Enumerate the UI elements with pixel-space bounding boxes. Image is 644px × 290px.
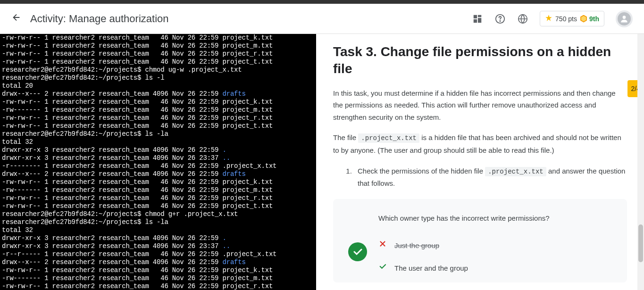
back-arrow-icon[interactable] [11, 12, 22, 25]
language-icon[interactable] [517, 13, 528, 25]
svg-point-7 [623, 16, 626, 19]
help-icon[interactable] [494, 13, 506, 25]
terminal-line: drwxr-xr-x 3 researcher2 research_team 4… [2, 154, 314, 162]
main: -rw-rw-r-- 1 researcher2 research_team 4… [0, 34, 644, 290]
terminal-line: researcher2@efc27b9fd842:~/projects$ chm… [2, 210, 314, 218]
check-icon [378, 262, 387, 274]
terminal-line: drwx--x--- 2 researcher2 research_team 4… [2, 90, 314, 98]
quiz-wrong-label: Just the group [394, 240, 439, 252]
terminal-line: -rw------- 1 researcher2 research_team 4… [2, 186, 314, 194]
terminal-line: researcher2@efc27b9fd842:~/projects$ chm… [2, 66, 314, 74]
quiz-option-wrong[interactable]: Just the group [378, 233, 612, 257]
terminal-line: researcher2@efc27b9fd842:~/projects$ ls … [2, 74, 314, 82]
terminal-line: total 32 [2, 138, 314, 146]
quiz-box: Which owner type has the incorrect write… [333, 199, 627, 283]
dashboard-icon[interactable] [472, 13, 483, 25]
task-title: Task 3. Change file permissions on a hid… [333, 43, 627, 78]
quiz-status-correct [348, 242, 367, 261]
star-icon [545, 14, 552, 23]
task-steps: Check the permissions of the hidden file… [354, 165, 627, 190]
rank-text: 9th [589, 15, 599, 23]
svg-rect-3 [474, 19, 477, 22]
instructions-panel: Task 3. Change file permissions on a hid… [316, 34, 644, 290]
terminal-line: researcher2@efc27b9fd842:~/projects$ ls … [2, 130, 314, 138]
task-body: In this task, you must determine if a hi… [333, 87, 627, 283]
terminal-line: drwx--x--- 2 researcher2 research_team 4… [2, 170, 314, 178]
svg-rect-2 [478, 18, 481, 23]
terminal-line: drwxr-xr-x 3 researcher2 research_team 4… [2, 146, 314, 154]
terminal-line: -rw------- 1 researcher2 research_team 4… [2, 106, 314, 114]
code-filename-step: .project_x.txt [485, 167, 546, 176]
terminal-line: drwxr-xr-x 3 researcher2 research_team 4… [2, 242, 314, 250]
avatar-icon [618, 12, 631, 25]
avatar[interactable] [616, 10, 633, 27]
terminal-line: -rw-rw-r-- 1 researcher2 research_team 4… [2, 34, 314, 42]
header: Activity: Manage authorization 750 pts 9… [0, 4, 644, 34]
svg-point-5 [500, 20, 500, 21]
code-filename: .project_x.txt [358, 133, 419, 143]
terminal-line: -rw------- 1 researcher2 research_team 4… [2, 274, 314, 282]
terminal-line: total 20 [2, 82, 314, 90]
terminal-line: -rw-rw-r-- 1 researcher2 research_team 4… [2, 122, 314, 130]
svg-rect-1 [478, 15, 481, 17]
page-title: Activity: Manage authorization [30, 13, 472, 25]
scrollbar-thumb[interactable] [638, 224, 643, 262]
task-intro: In this task, you must determine if a hi… [333, 87, 627, 124]
terminal-line: -rw-rw-r-- 1 researcher2 research_team 4… [2, 266, 314, 274]
svg-rect-0 [474, 15, 477, 18]
terminal-line: -rw-rw-r-- 1 researcher2 research_team 4… [2, 50, 314, 58]
task-step-1: Check the permissions of the hidden file… [354, 165, 627, 190]
terminal-line: -rw-rw-r-- 1 researcher2 research_team 4… [2, 282, 314, 290]
terminal-line: -r--r----- 1 researcher2 research_team 4… [2, 250, 314, 258]
terminal-line: -rw-rw-r-- 1 researcher2 research_team 4… [2, 42, 314, 50]
terminal-line: total 32 [2, 226, 314, 234]
scrollbar-track[interactable] [637, 34, 644, 290]
terminal-line: -rw-rw-r-- 1 researcher2 research_team 4… [2, 58, 314, 66]
terminal-line: -rw-rw-r-- 1 researcher2 research_team 4… [2, 178, 314, 186]
hex-icon [580, 15, 587, 23]
terminal-line: -rw-rw-r-- 1 researcher2 research_team 4… [2, 202, 314, 210]
terminal-line: drwx--x--- 2 researcher2 research_team 4… [2, 258, 314, 266]
terminal-line: -rw-rw-r-- 1 researcher2 research_team 4… [2, 194, 314, 202]
quiz-question: Which owner type has the incorrect write… [378, 212, 612, 224]
quiz-correct-label: The user and the group [394, 262, 468, 274]
terminal-line: -rw-rw-r-- 1 researcher2 research_team 4… [2, 98, 314, 106]
terminal-line: researcher2@efc27b9fd842:~/projects$ ls … [2, 218, 314, 226]
points-badge[interactable]: 750 pts 9th [540, 11, 604, 26]
terminal-line: -rw-rw-r-- 1 researcher2 research_team 4… [2, 114, 314, 122]
points-text: 750 pts [555, 15, 577, 23]
terminal-line: -r-------- 1 researcher2 research_team 4… [2, 162, 314, 170]
task-file-info: The file .project_x.txt is a hidden file… [333, 132, 627, 156]
header-actions: 750 pts 9th [472, 10, 633, 27]
terminal[interactable]: -rw-rw-r-- 1 researcher2 research_team 4… [0, 34, 316, 290]
quiz-option-correct[interactable]: The user and the group [378, 257, 612, 279]
rank-badge: 9th [580, 15, 599, 23]
quiz-content: Which owner type has the incorrect write… [378, 212, 612, 279]
terminal-line: drwxr-xr-x 3 researcher2 research_team 4… [2, 234, 314, 242]
x-icon [378, 238, 387, 253]
window-topbar [0, 0, 644, 4]
